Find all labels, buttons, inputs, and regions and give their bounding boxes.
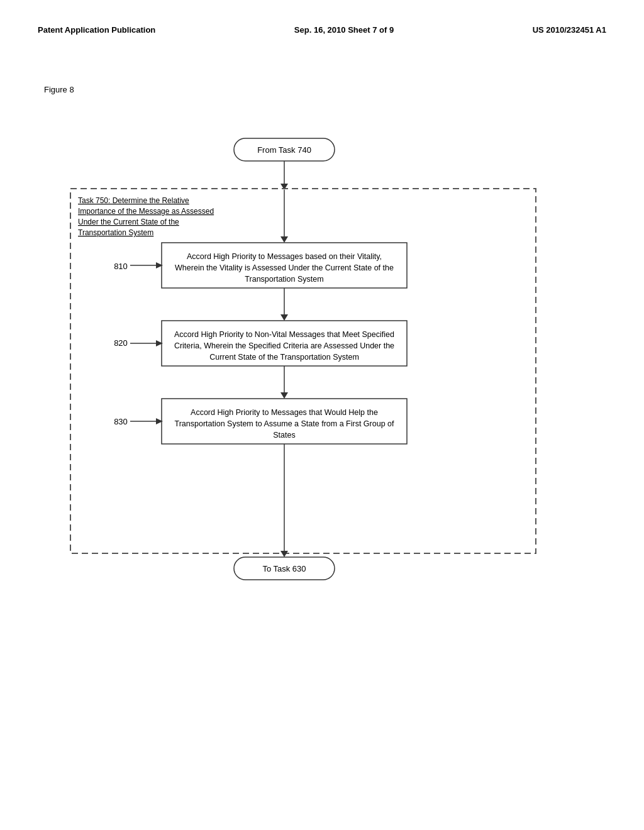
task-label-line1: Task 750: Determine the Relative — [78, 196, 189, 205]
task-label-line4: Transportation System — [78, 228, 153, 237]
step810-number: 810 — [114, 262, 128, 271]
step810-line2: Wherein the Vitality is Assessed Under t… — [175, 263, 394, 272]
step830-line3: States — [273, 431, 295, 440]
diagram-svg: From Task 740 Task 750: Determine the Re… — [39, 132, 605, 648]
page: Patent Application Publication Sep. 16, … — [0, 0, 644, 830]
header-right: US 2010/232451 A1 — [533, 25, 606, 35]
svg-marker-5 — [280, 236, 288, 243]
header-left: Patent Application Publication — [38, 25, 155, 35]
step830-line1: Accord High Priority to Messages that Wo… — [191, 408, 378, 417]
step820-line2: Criteria, Wherein the Specified Criteria… — [174, 341, 394, 350]
to-node: To Task 630 — [262, 564, 306, 573]
from-node: From Task 740 — [257, 145, 311, 155]
step830-line2: Transportation System to Assume a State … — [175, 419, 395, 428]
step810-line3: Transportation System — [245, 275, 323, 284]
svg-marker-15 — [280, 392, 288, 399]
task-label-line3: Under the Current State of the — [78, 218, 179, 226]
step820-number: 820 — [114, 338, 128, 348]
step820-line3: Current State of the Transportation Syst… — [209, 353, 359, 362]
page-header: Patent Application Publication Sep. 16, … — [38, 25, 606, 35]
figure-label: Figure 8 — [44, 85, 606, 94]
step820-line1: Accord High Priority to Non-Vital Messag… — [174, 330, 394, 339]
step830-number: 830 — [114, 417, 128, 426]
header-center: Sep. 16, 2010 Sheet 7 of 9 — [294, 25, 394, 35]
step810-line1: Accord High Priority to Messages based o… — [187, 252, 382, 261]
svg-marker-10 — [280, 314, 288, 321]
diagram-container: From Task 740 Task 750: Determine the Re… — [39, 132, 605, 650]
task-label-line2: Importance of the Message as Assessed — [78, 207, 214, 216]
